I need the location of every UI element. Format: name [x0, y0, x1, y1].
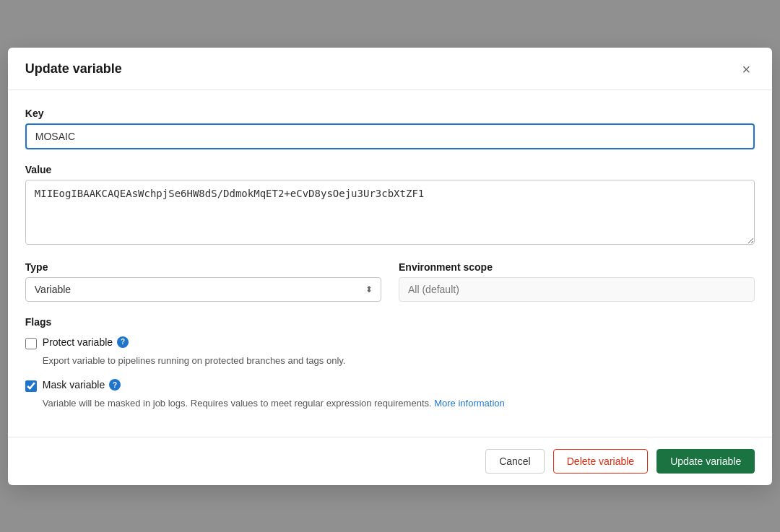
- type-env-row: Type Variable File ⬍ Environment scope: [25, 261, 755, 302]
- type-select-wrapper: Variable File ⬍: [25, 277, 381, 302]
- modal-title: Update variable: [25, 61, 122, 77]
- mask-checkbox[interactable]: [25, 380, 37, 392]
- update-variable-modal: Update variable × Key Value Type: [8, 48, 772, 485]
- modal-body: Key Value Type Variable File ⬍: [8, 90, 772, 431]
- mask-help-icon[interactable]: ?: [109, 379, 121, 391]
- type-col: Type Variable File ⬍: [25, 261, 381, 302]
- mask-row: Mask variable ?: [25, 379, 755, 392]
- modal-overlay: Update variable × Key Value Type: [0, 0, 780, 532]
- cancel-button[interactable]: Cancel: [485, 449, 545, 474]
- protect-help-icon[interactable]: ?: [117, 336, 129, 348]
- key-group: Key: [25, 108, 755, 149]
- protect-row: Protect variable ?: [25, 336, 755, 349]
- protect-block: Protect variable ? Export variable to pi…: [25, 336, 755, 368]
- key-label: Key: [25, 108, 755, 119]
- flags-section: Flags Protect variable ? Export variable…: [25, 316, 755, 411]
- env-scope-col: Environment scope: [399, 261, 755, 302]
- mask-label[interactable]: Mask variable ?: [43, 379, 121, 391]
- mask-block: Mask variable ? Variable will be masked …: [25, 379, 755, 411]
- mask-desc: Variable will be masked in job logs. Req…: [25, 396, 755, 411]
- flags-title: Flags: [25, 316, 755, 328]
- type-select[interactable]: Variable File: [25, 277, 381, 302]
- value-textarea[interactable]: [25, 180, 755, 245]
- delete-variable-button[interactable]: Delete variable: [553, 449, 648, 474]
- protect-checkbox[interactable]: [25, 338, 37, 349]
- key-input[interactable]: [25, 123, 755, 149]
- more-info-link[interactable]: More information: [434, 398, 505, 409]
- type-label: Type: [25, 261, 381, 273]
- env-scope-label: Environment scope: [399, 261, 755, 273]
- modal-header: Update variable ×: [8, 48, 772, 90]
- protect-label[interactable]: Protect variable ?: [43, 336, 129, 348]
- value-group: Value: [25, 164, 755, 247]
- value-label: Value: [25, 164, 755, 175]
- modal-footer: Cancel Delete variable Update variable: [8, 437, 772, 485]
- env-scope-input[interactable]: [399, 277, 755, 302]
- update-variable-button[interactable]: Update variable: [656, 449, 755, 474]
- protect-desc: Export variable to pipelines running on …: [25, 354, 755, 368]
- close-button[interactable]: ×: [738, 61, 755, 78]
